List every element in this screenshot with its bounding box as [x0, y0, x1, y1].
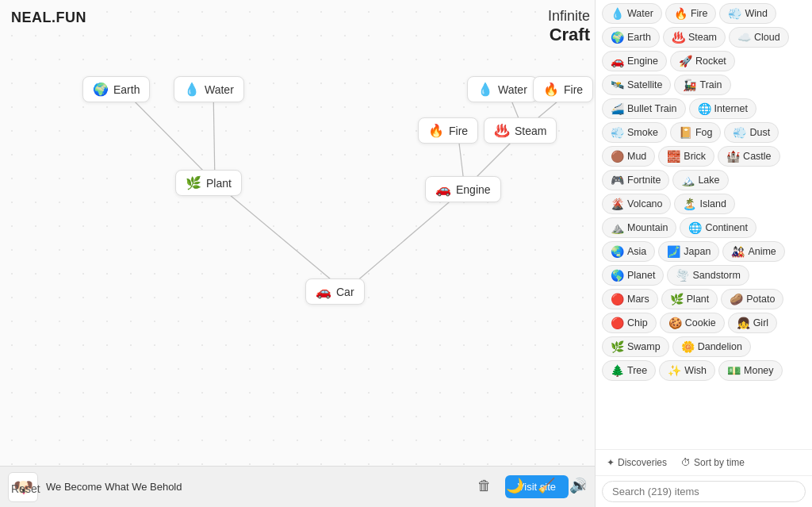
sidebar-item-girl[interactable]: 👧Girl [728, 313, 777, 333]
sidebar-item-satellite[interactable]: 🛰️Satellite [602, 75, 671, 95]
element-card-earth1[interactable]: 🌍Earth [82, 76, 150, 102]
sidebar-item-smoke[interactable]: 💨Smoke [602, 122, 667, 143]
sidebar-item-volcano[interactable]: 🌋Volcano [602, 194, 671, 214]
element-card-plant1[interactable]: 🌿Plant [175, 170, 242, 196]
element-icon: 💧 [184, 82, 200, 97]
element-card-water1[interactable]: 💧Water [174, 76, 244, 102]
sidebar-item-castle[interactable]: 🏰Castle [718, 146, 779, 167]
bottom-btn-icon: ✦ [607, 457, 615, 468]
sidebar-item-label: Mountain [627, 222, 668, 233]
reset-button[interactable]: Reset [11, 482, 40, 495]
sidebar-item-bullet-train[interactable]: 🚄Bullet Train [602, 98, 686, 119]
sidebar-item-label: Brick [684, 151, 706, 162]
moon-icon[interactable]: 🌙 [504, 475, 525, 496]
sidebar-item-icon: 🎎 [731, 245, 745, 258]
element-icon: 🔥 [428, 123, 444, 138]
sidebar-item-icon: 🚀 [679, 55, 692, 67]
sound-icon[interactable]: 🔊 [568, 475, 588, 496]
sidebar-item-icon: 🌎 [611, 269, 624, 282]
sidebar-item-fortnite[interactable]: 🎮Fortnite [602, 170, 669, 190]
sidebar-item-asia[interactable]: 🌏Asia [602, 241, 655, 262]
trash-icon[interactable]: 🗑 [476, 475, 493, 496]
sidebar-item-label: Sandstorm [692, 270, 740, 281]
broom-icon[interactable]: 🧹 [536, 475, 557, 496]
element-label: Water [205, 83, 234, 96]
sidebar-item-money[interactable]: 💵Money [718, 360, 783, 381]
sidebar-item-continent[interactable]: 🌐Continent [680, 217, 756, 238]
sidebar-item-label: Satellite [627, 79, 662, 90]
sidebar-item-japan[interactable]: 🗾Japan [658, 241, 719, 262]
sidebar-item-potato[interactable]: 🥔Potato [721, 289, 783, 309]
sidebar-item-brick[interactable]: 🧱Brick [658, 146, 714, 167]
sidebar-item-internet[interactable]: 🌐Internet [689, 98, 756, 119]
sidebar-item-mars[interactable]: 🔴Mars [602, 289, 658, 309]
sidebar-item-label: Mud [627, 151, 646, 162]
sidebar-item-label: Japan [684, 246, 710, 257]
svg-line-7 [345, 189, 465, 291]
sidebar-item-engine[interactable]: 🚗Engine [602, 51, 667, 71]
element-label: Fire [449, 125, 468, 137]
sidebar-item-chip[interactable]: 🔴Chip [602, 313, 657, 333]
element-card-steam1[interactable]: ♨️Steam [484, 117, 557, 144]
element-label: Water [498, 83, 527, 96]
bottom-btn-label: Discoveries [618, 457, 667, 468]
sidebar-item-anime[interactable]: 🎎Anime [722, 241, 784, 262]
sidebar-item-icon: 🎮 [611, 174, 624, 186]
sidebar-item-lake[interactable]: 🏔️Lake [672, 170, 728, 190]
element-card-engine1[interactable]: 🚗Engine [425, 176, 501, 202]
element-card-car1[interactable]: 🚗Car [305, 278, 365, 305]
sidebar-item-icon: 🌪️ [676, 269, 689, 282]
sidebar-item-dust[interactable]: 💨Dust [724, 122, 779, 143]
sidebar-item-fire[interactable]: 🔥Fire [665, 3, 717, 24]
sidebar: 💧Water🔥Fire💨Wind🌍Earth♨️Steam☁️Cloud🚗Eng… [595, 0, 812, 507]
bottom-bar: ✦Discoveries⏱Sort by time [596, 449, 812, 475]
game-title: Infinite Craft [548, 8, 590, 45]
sidebar-item-icon: 🟤 [611, 150, 624, 163]
sidebar-item-wind[interactable]: 💨Wind [719, 3, 776, 24]
sidebar-item-icon: 🌏 [611, 245, 624, 258]
sidebar-item-earth[interactable]: 🌍Earth [602, 27, 660, 48]
sidebar-item-wish[interactable]: ✨Wish [659, 360, 715, 381]
element-label: Steam [515, 125, 546, 137]
sidebar-item-dandelion[interactable]: 🌼Dandelion [672, 336, 751, 357]
sidebar-item-label: Volcano [627, 198, 662, 209]
sidebar-item-fog[interactable]: 📔Fog [670, 122, 722, 143]
sidebar-item-steam[interactable]: ♨️Steam [663, 27, 726, 48]
craft-canvas[interactable]: NEAL.FUN 🐶 We Become What We Behold Visi… [0, 0, 595, 507]
sidebar-item-icon: 🌿 [670, 293, 684, 305]
element-card-fire1[interactable]: 🔥Fire [533, 76, 593, 102]
sidebar-item-cloud[interactable]: ☁️Cloud [729, 27, 789, 48]
sidebar-item-water[interactable]: 💧Water [602, 3, 662, 24]
element-card-water2[interactable]: 💧Water [467, 76, 538, 102]
sidebar-item-sandstorm[interactable]: 🌪️Sandstorm [667, 265, 749, 286]
bottom-btn-sort-by-time[interactable]: ⏱Sort by time [676, 455, 749, 471]
bottom-btn-discoveries[interactable]: ✦Discoveries [602, 455, 672, 471]
sidebar-item-planet[interactable]: 🌎Planet [602, 265, 664, 286]
sidebar-item-label: Swamp [627, 341, 661, 352]
element-card-fire2[interactable]: 🔥Fire [418, 117, 478, 144]
sidebar-item-label: Earth [627, 32, 651, 43]
sidebar-item-cookie[interactable]: 🍪Cookie [660, 313, 725, 333]
sidebar-item-train[interactable]: 🚂Train [674, 75, 730, 95]
svg-line-1 [213, 89, 215, 182]
sidebar-item-icon: 💨 [611, 126, 624, 139]
sidebar-item-tree[interactable]: 🌲Tree [602, 360, 656, 381]
sidebar-item-icon: 📔 [679, 126, 692, 139]
sidebar-item-rocket[interactable]: 🚀Rocket [670, 51, 735, 71]
search-input[interactable] [602, 481, 806, 502]
element-icon: 💧 [477, 82, 493, 97]
sidebar-item-icon: 🌍 [611, 31, 624, 44]
sidebar-item-swamp[interactable]: 🌿Swamp [602, 336, 669, 357]
sidebar-item-plant[interactable]: 🌿Plant [661, 289, 718, 309]
sidebar-item-label: Cookie [685, 317, 716, 328]
sidebar-row: 🟤Mud🧱Brick🏰Castle [602, 146, 806, 167]
sidebar-item-label: Train [699, 79, 722, 90]
sidebar-item-mountain[interactable]: ⛰️Mountain [602, 217, 676, 238]
sidebar-item-label: Potato [746, 294, 775, 305]
sidebar-item-icon: 🥔 [730, 293, 743, 305]
sidebar-item-mud[interactable]: 🟤Mud [602, 146, 655, 167]
sidebar-row: 🌲Tree✨Wish💵Money [602, 360, 806, 381]
sidebar-row: 🌎Planet🌪️Sandstorm [602, 265, 806, 286]
sidebar-item-island[interactable]: 🏝️Island [674, 194, 734, 214]
sidebar-item-label: Steam [688, 32, 717, 43]
